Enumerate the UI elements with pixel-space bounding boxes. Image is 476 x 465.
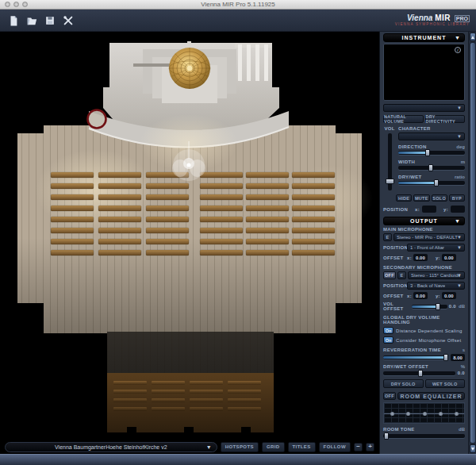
scroll-up-button[interactable]: [470, 33, 476, 41]
vol-slider[interactable]: [388, 133, 392, 190]
direction-slider[interactable]: [398, 151, 465, 155]
direction-label: DIRECTION: [398, 144, 427, 149]
vol-offset-slider-thumb[interactable]: [436, 303, 440, 310]
chevron-down-icon: ▼: [457, 273, 462, 278]
secondary-mic-offset-y[interactable]: 0.00: [442, 292, 456, 299]
instrument-position-y[interactable]: [451, 206, 465, 213]
reverb-time-value[interactable]: 8.00: [451, 354, 465, 361]
main-mic-preset-value: Stereo - MIR Pro - DEFAULT: [397, 235, 458, 240]
eq-band-handle[interactable]: [406, 412, 410, 416]
y-label: y:: [443, 207, 448, 212]
grid-button[interactable]: GRID: [262, 442, 285, 452]
distance-scaling-toggle[interactable]: On: [383, 327, 393, 334]
direction-slider-thumb[interactable]: [425, 149, 430, 156]
chevron-down-icon: ▼: [457, 134, 462, 139]
main-mic-offset-x[interactable]: 0.00: [413, 254, 428, 261]
hide-button[interactable]: HIDE: [396, 194, 412, 202]
instrument-drywet-unit: ratio: [455, 175, 465, 179]
venue-bar: Vienna BaumgartnerHoehe SteinhofKirche v…: [0, 440, 379, 454]
eq-band-handle[interactable]: [390, 412, 394, 416]
venue-select[interactable]: Vienna BaumgartnerHoehe SteinhofKirche v…: [5, 442, 217, 452]
settings-tools-icon[interactable]: [61, 13, 75, 27]
output-section-header[interactable]: OUTPUT ▼: [383, 217, 465, 225]
panel-scrollbar[interactable]: [468, 32, 476, 454]
titles-button[interactable]: TITLES: [288, 442, 316, 452]
vol-slider-thumb[interactable]: [386, 179, 394, 184]
info-icon[interactable]: i: [455, 47, 461, 53]
main-mic-label: MAIN MICROPHONE: [383, 227, 465, 232]
room-eq-header[interactable]: ROOM EQUALIZER: [397, 392, 465, 400]
width-unit: m: [461, 159, 465, 164]
room-tone-slider-thumb[interactable]: [384, 432, 389, 440]
hotspots-button[interactable]: HOTSPOTS: [221, 442, 259, 452]
room-eq-graph[interactable]: [383, 402, 465, 424]
instrument-select[interactable]: ▼: [383, 104, 465, 112]
character-select[interactable]: ▼: [398, 133, 465, 140]
reverb-time-slider-thumb[interactable]: [443, 354, 448, 361]
traffic-lights: [5, 2, 28, 7]
instrument-header-label: INSTRUMENT: [402, 35, 447, 40]
follow-button[interactable]: FOLLOW: [319, 442, 351, 452]
secondary-mic-off-button[interactable]: OFF: [383, 271, 396, 279]
instrument-drywet-label: DRY/WET: [398, 175, 422, 179]
x-label: x:: [415, 207, 420, 212]
dry-solo-button[interactable]: DRY SOLO: [383, 379, 424, 388]
zoom-out-button[interactable]: −: [354, 443, 363, 452]
main-mic-preset-select[interactable]: Stereo - MIR Pro - DEFAULT ▼: [393, 233, 465, 241]
floor-shading: [17, 238, 362, 373]
new-project-icon[interactable]: [6, 13, 20, 27]
x-label: x:: [407, 256, 412, 260]
minimize-window-button[interactable]: [13, 2, 19, 7]
drywet-offset-value: 0.0: [458, 371, 465, 375]
secondary-mic-offset-label: OFFSET: [383, 294, 405, 298]
instrument-position-x[interactable]: [422, 206, 436, 213]
natural-volume-button[interactable]: NATURAL VOLUME: [383, 115, 424, 123]
zoom-in-button[interactable]: +: [366, 443, 374, 452]
eq-band-handle[interactable]: [455, 412, 459, 416]
chevron-down-icon: ▼: [455, 218, 461, 224]
chevron-down-icon: ▼: [457, 245, 462, 250]
dry-directivity-button[interactable]: DRY DIRECTIVITY: [425, 115, 466, 123]
close-window-button[interactable]: [5, 2, 10, 7]
scrollbar-thumb[interactable]: [470, 42, 476, 444]
eq-band-handle[interactable]: [423, 412, 427, 416]
reverb-time-slider[interactable]: [383, 355, 448, 359]
hotspot-marker[interactable]: [88, 110, 106, 129]
scroll-down-button[interactable]: [470, 444, 476, 453]
instrument-drywet-slider-thumb[interactable]: [434, 179, 439, 186]
secondary-mic-preset-select[interactable]: Stereo - 115° Cardioids ▼: [408, 271, 465, 279]
main-mic-offset-y[interactable]: 0.00: [442, 254, 456, 261]
logo-pro: PRO: [455, 15, 470, 22]
instrument-drywet-slider[interactable]: [398, 181, 465, 185]
byp-button[interactable]: BYP: [449, 194, 465, 202]
secondary-mic-edit-button[interactable]: E: [397, 271, 406, 279]
vol-offset-slider[interactable]: [412, 305, 447, 309]
instrument-section-header[interactable]: INSTRUMENT ▼: [383, 33, 465, 42]
drywet-offset-slider-thumb[interactable]: [418, 370, 423, 377]
venue-floor-plan[interactable]: [0, 32, 379, 440]
mute-button[interactable]: MUTE: [413, 194, 429, 202]
solo-button[interactable]: SOLO: [432, 194, 447, 202]
vol-offset-unit: dB: [459, 304, 465, 309]
open-project-icon[interactable]: [25, 13, 38, 27]
width-slider[interactable]: [398, 166, 465, 170]
main-mic-position-select[interactable]: 1 - Front of Altar ▼: [407, 244, 465, 252]
secondary-mic-offset-x[interactable]: 0.00: [413, 292, 428, 299]
zoom-window-button[interactable]: [22, 2, 28, 7]
direction-unit: deg: [456, 144, 465, 149]
drywet-offset-slider[interactable]: [383, 371, 455, 375]
secondary-mic-position-select[interactable]: 3 - Back of Nave ▼: [407, 282, 465, 290]
wet-solo-button[interactable]: WET SOLO: [425, 379, 466, 388]
mic-offset-toggle[interactable]: On: [383, 336, 393, 344]
logo-subtitle: VIENNA SYMPHONIC LIBRARY: [395, 23, 470, 27]
reverb-time-unit: s: [463, 348, 465, 352]
room-tone-slider[interactable]: [383, 434, 465, 438]
logo-brand: Vienna: [407, 13, 432, 22]
save-project-icon[interactable]: [43, 13, 56, 27]
drywet-offset-label: DRY/WET OFFSET: [383, 364, 428, 369]
eq-band-handle[interactable]: [439, 412, 443, 416]
room-eq-off-button[interactable]: OFF: [383, 392, 396, 400]
width-slider-thumb[interactable]: [428, 164, 433, 171]
main-mic-edit-button[interactable]: E: [383, 233, 392, 241]
output-header-label: OUTPUT: [410, 218, 438, 224]
